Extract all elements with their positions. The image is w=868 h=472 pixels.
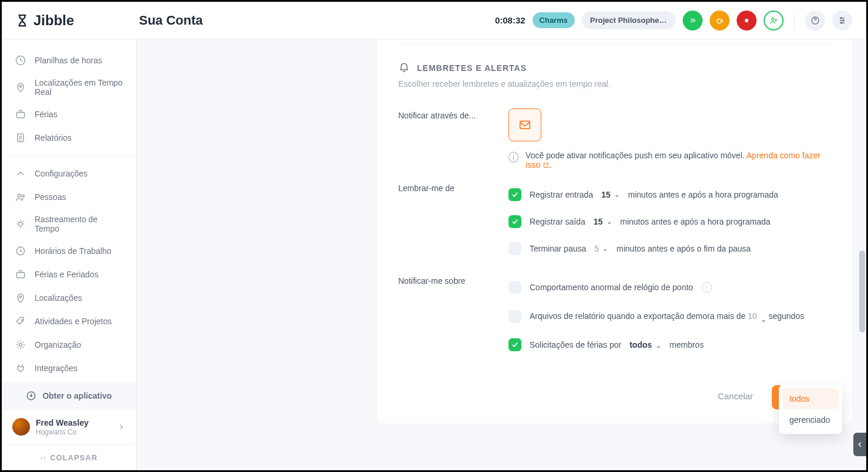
checkbox-report-files[interactable]	[508, 310, 521, 323]
sidebar-divider	[2, 155, 136, 156]
notify-about-label: Notificar-me sobre	[398, 274, 508, 358]
notify-vacation-requests: Solicitações de férias por todos membros	[508, 331, 831, 358]
tracking-icon	[15, 218, 26, 230]
hourglass-icon	[16, 14, 29, 27]
play-button[interactable]	[683, 11, 703, 30]
main-scrollbar-track[interactable]	[857, 39, 866, 470]
clock-out-minutes-dropdown[interactable]: 15	[594, 217, 612, 226]
svg-point-11	[22, 195, 24, 197]
pin-icon	[15, 82, 26, 93]
svg-point-10	[18, 194, 21, 197]
sidebar-item-integrations[interactable]: Integrações	[2, 356, 136, 380]
sidebar-item-time-tracking[interactable]: Rastreamento de Tempo	[2, 209, 136, 239]
svg-point-1	[772, 18, 774, 20]
svg-rect-14	[16, 273, 24, 278]
notify-abnormal: Comportamento anormal de relógio de pont…	[508, 274, 831, 301]
help-button[interactable]	[805, 11, 825, 30]
section-title: LEMBRETES E ALERTAS	[398, 61, 831, 74]
dropdown-option-all[interactable]: todos	[782, 388, 839, 409]
chevron-right-icon	[117, 423, 126, 431]
remind-me-label: Lembrar-me de	[398, 181, 508, 262]
svg-point-7	[19, 86, 21, 87]
vacation-scope-dropdown[interactable]: todos	[629, 340, 661, 349]
sidebar-item-activities-projects[interactable]: Atividades e Projetos	[2, 310, 136, 333]
report-seconds-dropdown[interactable]: 10	[748, 308, 767, 324]
svg-point-12	[19, 222, 23, 226]
external-link-icon	[542, 162, 550, 169]
holiday-icon	[15, 269, 26, 280]
break-button[interactable]	[710, 11, 730, 30]
reminder-clock-out: Registrar saída 15 minutos antes e após …	[508, 208, 831, 235]
team-button[interactable]	[764, 11, 784, 30]
help-icon	[811, 16, 820, 25]
svg-point-5	[841, 22, 842, 23]
dropdown-option-managed[interactable]: gerenciado	[782, 409, 839, 430]
settings-card: LEMBRETES E ALERTAS Escolher receber lem…	[377, 39, 852, 423]
clock-icon	[15, 55, 26, 66]
get-app-button[interactable]: Obter o aplicativo	[2, 382, 136, 409]
push-info-row: i Você pode ativar notificações push em …	[508, 151, 831, 169]
checkbox-clock-in[interactable]	[508, 188, 521, 201]
main-scrollbar-thumb[interactable]	[859, 250, 865, 332]
svg-point-3	[840, 18, 842, 19]
cancel-button[interactable]: Cancelar	[710, 385, 761, 409]
sidebar-item-reports[interactable]: Relatórios	[2, 126, 136, 150]
notify-report-files: Arquivos de relatório quando a exportaçã…	[508, 301, 831, 331]
location-icon	[15, 292, 26, 304]
collapse-sidebar-button[interactable]: ‹‹COLAPSAR	[2, 444, 136, 470]
user-add-icon	[769, 16, 778, 25]
schedule-icon	[15, 245, 26, 257]
svg-point-17	[19, 344, 22, 347]
notify-via-label: Notificar através de...	[398, 108, 508, 169]
svg-point-16	[22, 320, 23, 321]
arrows-icon	[688, 16, 697, 25]
stop-button[interactable]	[737, 11, 757, 30]
download-icon	[26, 390, 36, 401]
stop-icon	[742, 16, 751, 25]
sliders-icon	[838, 16, 847, 25]
sidebar-item-people[interactable]: Pessoas	[2, 185, 136, 209]
settings-button[interactable]	[832, 11, 852, 30]
avatar	[12, 418, 30, 436]
brand-logo[interactable]: Jibble	[16, 12, 139, 29]
vacation-scope-dropdown-menu[interactable]: todos gerenciado	[779, 385, 842, 434]
sidebar-item-vacation[interactable]: Férias	[2, 103, 136, 126]
activity-chip[interactable]: Charms	[533, 12, 575, 28]
info-icon[interactable]: i	[701, 282, 712, 293]
sidebar-item-settings-group[interactable]: Configurações	[2, 162, 136, 185]
sidebar-item-realtime-locations[interactable]: Localizações em Tempo Real	[2, 72, 136, 103]
section-subtitle: Escolher receber lembretes e atualizaçõe…	[398, 79, 831, 89]
end-break-minutes-dropdown[interactable]: 5	[595, 244, 609, 253]
gear-icon	[15, 339, 26, 351]
sidebar-item-holidays[interactable]: Férias e Feriados	[2, 263, 136, 286]
checkbox-end-break[interactable]	[508, 242, 521, 255]
project-chip[interactable]: Project Philosopher's S...	[582, 11, 676, 29]
card-top-divider	[398, 44, 831, 45]
svg-point-4	[843, 20, 844, 21]
email-channel-button[interactable]	[508, 108, 541, 141]
clock-in-minutes-dropdown[interactable]: 15	[601, 190, 620, 199]
sidebar-item-work-schedules[interactable]: Horários de Trabalho	[2, 239, 136, 263]
brand-text: Jibble	[33, 12, 74, 29]
mail-icon	[517, 118, 533, 131]
svg-rect-0	[745, 19, 748, 22]
header-divider	[794, 12, 795, 29]
right-panel-collapse-tab[interactable]	[853, 433, 866, 456]
chevron-left-icon	[856, 440, 864, 449]
coffee-icon	[715, 16, 724, 25]
info-icon: i	[508, 152, 518, 162]
user-account-row[interactable]: Fred Weasley Hogwarts Co	[2, 409, 136, 444]
main-content: LEMBRETES E ALERTAS Escolher receber lem…	[137, 39, 866, 470]
checkbox-vacation[interactable]	[508, 338, 521, 351]
svg-rect-19	[520, 121, 530, 129]
sidebar-item-timesheets[interactable]: Planilhas de horas	[2, 49, 136, 72]
checkbox-clock-out[interactable]	[508, 215, 521, 228]
sidebar: Planilhas de horas Localizações em Tempo…	[2, 39, 137, 470]
sidebar-item-locations[interactable]: Localizações	[2, 286, 136, 310]
checkbox-abnormal[interactable]	[508, 281, 521, 294]
clipboard-icon	[15, 132, 26, 144]
reminder-clock-in: Registrar entrada 15 minutos antes e apó…	[508, 181, 831, 208]
sidebar-item-organization[interactable]: Organização	[2, 333, 136, 356]
chevron-up-icon	[15, 168, 26, 179]
bell-icon	[398, 61, 410, 73]
